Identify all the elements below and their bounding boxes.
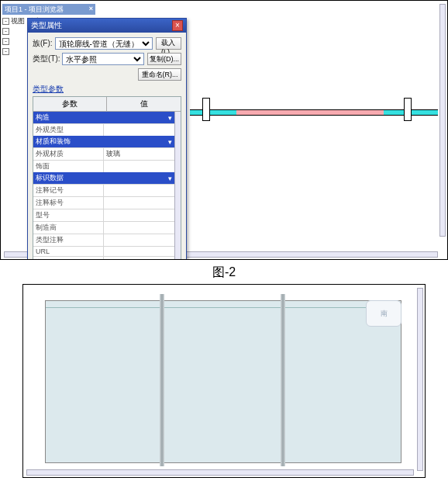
scrollbar-horizontal[interactable]	[26, 469, 414, 476]
param-value[interactable]	[104, 185, 174, 196]
param-value[interactable]	[104, 234, 174, 246]
wall-segment-cyan-left[interactable]	[190, 109, 236, 116]
scrollbar-vertical[interactable]	[439, 4, 446, 237]
param-name: 说明	[33, 257, 104, 260]
project-browser-title: 项目1 - 项目浏览器	[5, 5, 64, 13]
grid-header-param: 参数	[33, 97, 107, 111]
mullion-post[interactable]	[160, 294, 164, 466]
collapse-icon[interactable]: -	[2, 18, 9, 25]
param-value[interactable]	[104, 247, 174, 256]
figure-caption: 图-2	[0, 265, 448, 281]
param-row[interactable]: 注释记号	[33, 184, 174, 196]
grid-header: 参数 值	[33, 97, 181, 112]
param-row[interactable]: 类型注释	[33, 234, 174, 246]
param-value[interactable]	[104, 222, 174, 234]
param-name: 型号	[33, 209, 104, 221]
type-params-link[interactable]: 类型参数	[33, 84, 181, 95]
wall-segment-pink[interactable]	[236, 109, 384, 116]
type-select[interactable]: 水平参照	[62, 53, 144, 65]
rename-button[interactable]: 重命名(R)...	[138, 68, 181, 81]
param-name: 注释标号	[33, 197, 104, 209]
mullion-left[interactable]	[202, 98, 210, 121]
type-properties-dialog: 类型属性 × 族(F): 顶轮廓线-管道（无缝） 载入(L)... 类型(T):…	[27, 18, 187, 260]
family-select[interactable]: 顶轮廓线-管道（无缝）	[55, 37, 153, 50]
param-name: 类型注释	[33, 234, 104, 246]
param-name: URL	[33, 247, 104, 256]
duplicate-button[interactable]: 复制(D)...	[147, 53, 181, 65]
group-header[interactable]: 构造▾	[33, 112, 174, 123]
param-row[interactable]: 外观材质玻璃	[33, 147, 174, 160]
param-row[interactable]: 外观类型	[33, 123, 174, 136]
mullion-post[interactable]	[281, 294, 285, 466]
type-label: 类型(T):	[33, 54, 62, 64]
param-value[interactable]	[104, 209, 174, 221]
collapse-icon[interactable]: -	[2, 38, 9, 45]
param-value[interactable]	[104, 161, 174, 172]
param-row[interactable]: 制造商	[33, 221, 174, 234]
tree-node[interactable]: -	[2, 36, 26, 47]
view-cube-label: 南	[381, 309, 388, 319]
collapse-icon[interactable]: -	[2, 28, 9, 35]
collapse-icon[interactable]: -	[2, 48, 9, 55]
chevron-icon: ▾	[168, 114, 172, 122]
mullion-right[interactable]	[404, 98, 412, 121]
project-browser-tree[interactable]: -视图 (全部) - - -	[2, 16, 26, 234]
bottom-screenshot: 南	[22, 284, 426, 478]
project-browser-titlebar[interactable]: 项目1 - 项目浏览器 ×	[2, 4, 95, 15]
curtain-wall-panel[interactable]	[45, 300, 401, 463]
grid-header-value: 值	[107, 97, 181, 111]
param-value[interactable]	[104, 197, 174, 209]
chevron-icon: ▾	[168, 138, 172, 146]
param-name: 外观类型	[33, 124, 104, 136]
view-cube[interactable]: 南	[366, 300, 401, 327]
group-header[interactable]: 标识数据▾	[33, 172, 174, 184]
param-row[interactable]: 说明	[33, 256, 174, 260]
param-row[interactable]: 注释标号	[33, 196, 174, 209]
dialog-body: 族(F): 顶轮廓线-管道（无缝） 载入(L)... 类型(T): 水平参照 复…	[28, 33, 186, 260]
dialog-titlebar[interactable]: 类型属性 ×	[28, 19, 186, 33]
parameter-grid: 参数 值 构造▾外观类型材质和装饰▾外观材质玻璃饰面标识数据▾注释记号注释标号型…	[33, 96, 181, 260]
param-name: 注释记号	[33, 185, 104, 196]
param-value[interactable]	[104, 124, 174, 136]
param-name: 外观材质	[33, 148, 104, 160]
param-value[interactable]	[104, 257, 174, 260]
family-label: 族(F):	[33, 38, 55, 49]
group-header[interactable]: 材质和装饰▾	[33, 136, 174, 147]
dialog-title: 类型属性	[31, 20, 62, 31]
tree-node[interactable]: -	[2, 26, 26, 36]
close-icon[interactable]: ×	[89, 5, 93, 12]
tree-node[interactable]: -	[2, 47, 26, 57]
load-button[interactable]: 载入(L)...	[156, 37, 182, 50]
top-screenshot: 项目1 - 项目浏览器 × -视图 (全部) - - - 类型属性 × 族(F)…	[0, 0, 448, 260]
param-name: 制造商	[33, 222, 104, 234]
tree-root[interactable]: -视图 (全部)	[2, 16, 26, 26]
dialog-close-button[interactable]: ×	[172, 20, 183, 31]
param-value[interactable]: 玻璃	[104, 148, 174, 160]
grid-scrollbar[interactable]	[174, 112, 181, 260]
param-row[interactable]: 型号	[33, 209, 174, 221]
scrollbar-vertical[interactable]	[417, 288, 423, 471]
param-name: 饰面	[33, 161, 104, 172]
chevron-icon: ▾	[168, 175, 172, 182]
param-row[interactable]: 饰面	[33, 160, 174, 172]
param-row[interactable]: URL	[33, 246, 174, 256]
